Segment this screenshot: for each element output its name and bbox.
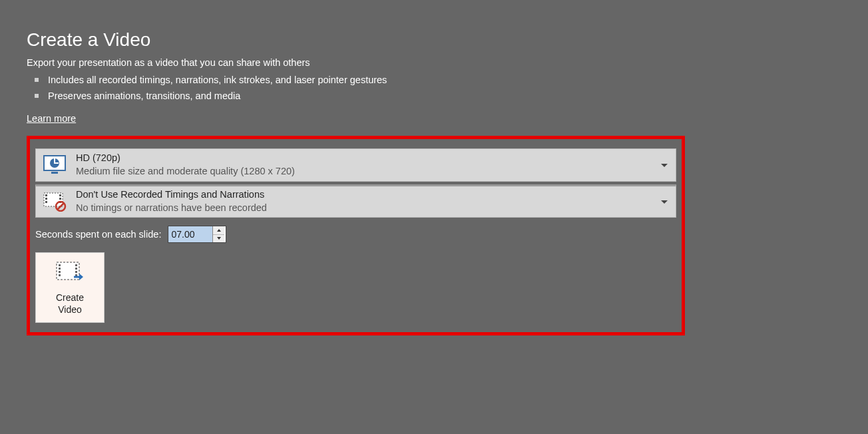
- feature-bullet: Preserves animations, transitions, and m…: [35, 88, 841, 104]
- svg-rect-13: [59, 264, 61, 266]
- video-quality-dropdown[interactable]: HD (720p) Medium file size and moderate …: [35, 148, 676, 182]
- create-video-label-line2: Video: [56, 304, 84, 316]
- timings-dropdown[interactable]: Don't Use Recorded Timings and Narration…: [35, 184, 676, 218]
- highlight-region: HD (720p) Medium file size and moderate …: [27, 136, 685, 335]
- create-video-label-line1: Create: [56, 292, 84, 304]
- svg-rect-15: [59, 271, 61, 273]
- bullet-text: Includes all recorded timings, narration…: [48, 72, 387, 88]
- seconds-input[interactable]: [168, 226, 212, 242]
- feature-bullet: Includes all recorded timings, narration…: [35, 72, 841, 88]
- svg-rect-5: [45, 198, 47, 200]
- svg-rect-16: [59, 274, 61, 276]
- learn-more-link[interactable]: Learn more: [27, 113, 76, 124]
- seconds-spinner[interactable]: [168, 226, 226, 243]
- dropdown-text: HD (720p) Medium file size and moderate …: [68, 152, 661, 178]
- svg-rect-7: [59, 194, 61, 196]
- timings-title: Don't Use Recorded Timings and Narration…: [76, 188, 661, 202]
- chevron-down-icon: [217, 237, 221, 240]
- svg-rect-2: [51, 172, 58, 174]
- chevron-down-icon: [661, 164, 668, 167]
- svg-rect-8: [59, 198, 61, 200]
- svg-rect-14: [59, 268, 61, 270]
- chevron-down-icon: [661, 200, 668, 204]
- svg-rect-4: [45, 194, 47, 196]
- spinner-up-button[interactable]: [213, 226, 224, 235]
- svg-rect-17: [75, 264, 77, 266]
- monitor-icon: [41, 152, 68, 178]
- video-export-icon: [55, 260, 85, 286]
- svg-rect-18: [75, 268, 77, 270]
- page-title: Create a Video: [27, 29, 841, 51]
- svg-rect-19: [75, 271, 77, 273]
- quality-description: Medium file size and moderate quality (1…: [76, 165, 661, 178]
- create-video-button[interactable]: Create Video: [35, 252, 105, 323]
- seconds-label: Seconds spent on each slide:: [35, 229, 161, 240]
- chevron-up-icon: [217, 229, 221, 232]
- dropdown-text: Don't Use Recorded Timings and Narration…: [68, 188, 661, 214]
- bullet-icon: [35, 78, 39, 82]
- svg-rect-6: [45, 201, 47, 203]
- feature-bullet-list: Includes all recorded timings, narration…: [35, 72, 841, 104]
- seconds-row: Seconds spent on each slide:: [35, 226, 676, 243]
- bullet-icon: [35, 94, 39, 98]
- page-subtitle: Export your presentation as a video that…: [27, 57, 841, 68]
- spinner-down-button[interactable]: [213, 235, 224, 243]
- timings-description: No timings or narrations have been recor…: [76, 202, 661, 215]
- filmstrip-no-icon: [41, 188, 68, 215]
- quality-title: HD (720p): [76, 152, 661, 165]
- bullet-text: Preserves animations, transitions, and m…: [48, 88, 240, 104]
